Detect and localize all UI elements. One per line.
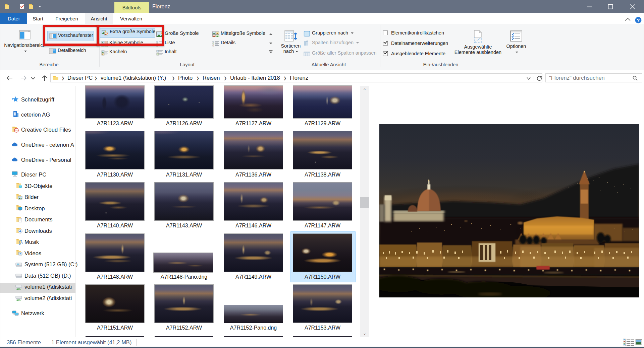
svg-text:?: ? xyxy=(637,18,640,23)
